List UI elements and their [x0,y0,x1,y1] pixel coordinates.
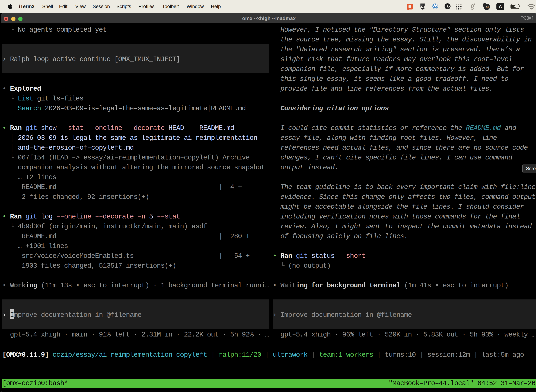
svg-text:A: A [499,4,502,9]
svg-text:..61: ..61 [484,6,489,9]
